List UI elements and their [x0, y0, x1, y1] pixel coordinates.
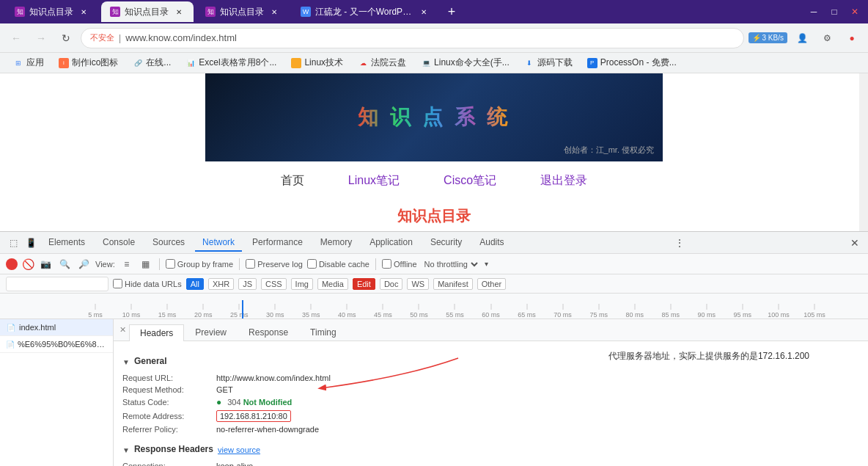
devtools-more-button[interactable]: ⋮	[672, 234, 688, 252]
file-item-index[interactable]: 📄 index.html	[0, 319, 113, 336]
bookmark-source[interactable]: ⬇ 源码下载	[518, 55, 578, 70]
timeline-tick-line	[95, 304, 96, 310]
browser-tab-4[interactable]: W 江硫龙 - 又一个WordPress站点 ✕	[292, 1, 438, 22]
offline-input[interactable]	[382, 259, 391, 269]
devtools-tab-memory[interactable]: Memory	[313, 234, 359, 252]
browser-tab-1[interactable]: 知 知识点目录 ✕	[6, 1, 98, 22]
filter-css[interactable]: CSS	[261, 278, 287, 290]
disable-cache-checkbox[interactable]: Disable cache	[307, 259, 369, 269]
tab-close-2[interactable]: ✕	[173, 6, 185, 18]
file-item-encoded[interactable]: 📄 %E6%95%B0%E6%8D%AE%E8...	[0, 336, 113, 353]
browser-tab-3[interactable]: 知 知识点目录 ✕	[196, 1, 289, 22]
response-headers-toggle-icon[interactable]: ▼	[122, 446, 130, 454]
group-by-frame-input[interactable]	[166, 259, 175, 269]
detail-close-icon[interactable]: ✕	[117, 322, 129, 338]
timeline-tick-line	[526, 304, 527, 310]
filter-all[interactable]: All	[186, 278, 204, 290]
devtools-tab-audits[interactable]: Audits	[472, 234, 511, 252]
speed-extension[interactable]: ⚡ 3 KB/s	[749, 32, 787, 43]
record-button[interactable]	[6, 258, 18, 270]
detail-tab-preview[interactable]: Preview	[184, 324, 238, 341]
devtools-device-icon[interactable]: 📱	[23, 236, 38, 250]
timeline-tick: 105 ms	[803, 311, 825, 318]
devtools-inspect-icon[interactable]: ⬚	[6, 236, 21, 250]
devtools-tab-application[interactable]: Application	[362, 234, 420, 252]
new-tab-button[interactable]: +	[441, 1, 462, 22]
detail-tab-response[interactable]: Response	[238, 324, 299, 341]
general-toggle-icon[interactable]: ▼	[122, 358, 130, 366]
filter-edit[interactable]: Edit	[353, 278, 375, 290]
detail-tab-headers[interactable]: Headers	[129, 324, 184, 341]
connection-value: keep-alive	[216, 462, 253, 466]
bookmark-ico[interactable]: i 制作ico图标	[53, 55, 124, 70]
devtools-tab-security[interactable]: Security	[423, 234, 469, 252]
tab-close-3[interactable]: ✕	[268, 6, 280, 18]
timeline-tick-line	[203, 304, 204, 310]
detail-tab-timing[interactable]: Timing	[299, 324, 347, 341]
filter-doc[interactable]: Doc	[380, 278, 403, 290]
nav-home[interactable]: 首页	[281, 173, 304, 189]
bookmark-linux-cmd[interactable]: 💻 Linux命令大全(手...	[415, 55, 515, 70]
timeline-tick: 60 ms	[482, 311, 500, 318]
filter-xhr[interactable]: XHR	[208, 278, 234, 290]
hide-data-urls-checkbox[interactable]: Hide data URLs	[113, 279, 182, 288]
menu-button[interactable]: ●	[842, 28, 862, 48]
nav-cisco[interactable]: Cisco笔记	[444, 173, 496, 189]
throttle-chevron-icon: ▾	[485, 260, 488, 268]
content-scrollbar[interactable]	[859, 73, 868, 231]
extension-button[interactable]: ⚙	[817, 28, 837, 48]
bookmark-processon[interactable]: P ProcessOn - 免费...	[581, 55, 683, 70]
devtools-tab-sources[interactable]: Sources	[145, 234, 192, 252]
filter-input[interactable]	[6, 277, 108, 291]
devtools-tab-performance[interactable]: Performance	[245, 234, 310, 252]
bookmark-linux[interactable]: Linux技术	[285, 55, 349, 70]
group-by-frame-checkbox[interactable]: Group by frame	[166, 259, 233, 269]
devtools-tab-network[interactable]: Network	[195, 234, 242, 252]
filter-other[interactable]: Other	[477, 278, 507, 290]
filter-manifest[interactable]: Manifest	[433, 278, 473, 290]
close-button[interactable]: ✕	[847, 4, 862, 19]
bookmark-excel[interactable]: 📊 Excel表格常用8个...	[180, 55, 282, 70]
browser-tab-2[interactable]: 知 知识点目录 ✕	[101, 1, 194, 22]
bookmark-apps[interactable]: ⊞ 应用	[7, 55, 50, 70]
tab-title-2: 知识点目录	[125, 6, 169, 18]
filter-button[interactable]: 🔍	[57, 257, 72, 272]
filter-img[interactable]: Img	[291, 278, 313, 290]
offline-checkbox[interactable]: Offline	[382, 259, 417, 269]
devtools-tab-elements[interactable]: Elements	[41, 234, 92, 252]
preserve-log-checkbox[interactable]: Preserve log	[246, 259, 303, 269]
search-button[interactable]: 🔎	[76, 257, 91, 272]
bookmark-online[interactable]: 🔗 在线...	[127, 55, 177, 70]
timeline-tick-line	[634, 304, 635, 310]
back-button[interactable]: ←	[6, 28, 26, 48]
filter-media[interactable]: Media	[317, 278, 348, 290]
filter-js[interactable]: JS	[238, 278, 257, 290]
view-large-icon[interactable]: ▦	[139, 257, 153, 272]
bookmark-cloud[interactable]: ☁ 法院云盘	[352, 55, 412, 70]
maximize-button[interactable]: □	[827, 4, 842, 19]
minimize-button[interactable]: ─	[806, 4, 821, 19]
throttle-select[interactable]: No throttling	[422, 259, 480, 269]
timeline-tick-line	[742, 304, 743, 310]
status-code-value: 304 Not Modified	[227, 398, 292, 407]
tab-close-1[interactable]: ✕	[78, 6, 89, 18]
view-source-link[interactable]: view source	[218, 445, 260, 454]
preserve-log-input[interactable]	[246, 259, 255, 269]
filter-ws[interactable]: WS	[407, 278, 429, 290]
user-profile-button[interactable]: 👤	[792, 28, 812, 48]
forward-button[interactable]: →	[31, 28, 51, 48]
refresh-button[interactable]: ↻	[56, 28, 76, 48]
disable-cache-input[interactable]	[307, 259, 317, 269]
view-list-icon[interactable]: ≡	[119, 257, 134, 272]
hide-data-urls-input[interactable]	[113, 279, 122, 288]
capture-screenshots-button[interactable]: 📷	[38, 257, 53, 272]
devtools-close-button[interactable]: ✕	[847, 234, 862, 252]
processon-icon: P	[587, 58, 597, 68]
url-bar[interactable]: 不安全 | www.know.com/index.html	[81, 28, 744, 48]
devtools-panel: ⬚ 📱 Elements Console Sources Network Per…	[0, 231, 868, 466]
clear-button[interactable]: 🚫	[22, 258, 34, 270]
nav-logout[interactable]: 退出登录	[540, 173, 587, 189]
nav-linux[interactable]: Linux笔记	[348, 173, 400, 189]
devtools-tab-console[interactable]: Console	[95, 234, 142, 252]
tab-close-4[interactable]: ✕	[418, 6, 430, 18]
